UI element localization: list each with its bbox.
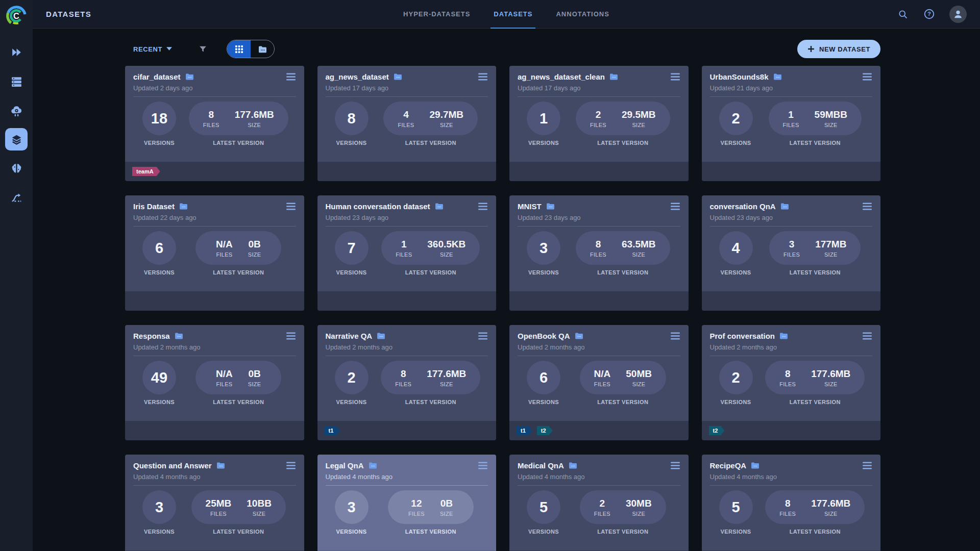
size-value: 177.6MB xyxy=(427,368,466,380)
dataset-card[interactable]: MNIST Updated 23 days ago 3 VER xyxy=(509,195,689,311)
card-header: MNIST Updated 23 days ago xyxy=(509,195,689,227)
card-header: Legal QnA Updated 4 months ago xyxy=(317,455,497,486)
card-menu-button[interactable] xyxy=(286,73,296,81)
tab-hyper-datasets[interactable]: HYPER-DATASETS xyxy=(400,0,473,29)
files-count: 1 xyxy=(788,109,794,120)
versions-stat: 4 VERSIONS xyxy=(719,231,753,276)
card-menu-button[interactable] xyxy=(862,332,872,340)
dataset-tag[interactable]: t1 xyxy=(517,426,532,435)
dataset-card[interactable]: ag_news_dataset Updated 17 days ago 8 xyxy=(317,66,497,181)
files-label: FILES xyxy=(783,122,799,128)
card-header: Medical QnA Updated 4 months ago xyxy=(509,455,689,486)
card-menu-button[interactable] xyxy=(862,73,872,81)
latest-version-stat: 8 FILES 63.5MB SIZE LATEST VERSION xyxy=(566,231,680,276)
dataset-card[interactable]: RecipeQA Updated 4 months ago 5 xyxy=(702,455,881,551)
card-stats: 3 VERSIONS 8 FILES 63.5MB SIZE LATEST VE… xyxy=(509,227,689,276)
card-stats: 6 VERSIONS N/A FILES 0B SIZE LATEST VERS… xyxy=(125,227,304,276)
dataset-tag[interactable]: t2 xyxy=(537,426,553,435)
latest-version-label: LATEST VERSION xyxy=(597,529,648,535)
card-menu-button[interactable] xyxy=(478,73,488,81)
dataset-card[interactable]: Question and Answer Updated 4 months ago xyxy=(125,455,304,551)
size-value: 0B xyxy=(248,368,260,380)
card-menu-button[interactable] xyxy=(478,332,488,340)
dataset-card[interactable]: Legal QnA Updated 4 months ago 3 xyxy=(317,455,497,551)
versions-label: VERSIONS xyxy=(720,269,751,276)
sidebar-item-datasets[interactable] xyxy=(5,128,28,151)
card-menu-button[interactable] xyxy=(670,73,680,81)
new-dataset-button[interactable]: NEW DATASET xyxy=(797,40,880,58)
dataset-folder-icon xyxy=(751,462,760,469)
filter-button[interactable] xyxy=(199,45,207,54)
card-menu-button[interactable] xyxy=(478,462,488,469)
files-count: 1 xyxy=(401,239,407,250)
app-logo[interactable]: C xyxy=(0,0,33,32)
dataset-tag[interactable]: teamA xyxy=(132,167,160,176)
dataset-grid: cifar_dataset Updated 2 days ago 18 xyxy=(125,66,880,551)
size-label: SIZE xyxy=(824,252,838,258)
size-label: SIZE xyxy=(632,122,645,128)
dataset-name: Legal QnA xyxy=(326,461,364,470)
updated-text: Updated 4 months ago xyxy=(518,473,680,486)
page-title: DATASETS xyxy=(46,10,91,18)
sidebar-item-pipelines[interactable] xyxy=(5,186,28,209)
card-menu-button[interactable] xyxy=(286,332,296,340)
card-stats: 49 VERSIONS N/A FILES 0B SIZE LATEST VER… xyxy=(125,356,304,405)
tab-annotations[interactable]: ANNOTATIONS xyxy=(553,0,612,29)
help-button[interactable]: ? xyxy=(923,9,935,20)
latest-version-stat: 1 FILES 360.5KB SIZE LATEST VERSION xyxy=(374,231,488,276)
dataset-card[interactable]: Responsa Updated 2 months ago 49 xyxy=(125,325,304,440)
sidebar: C xyxy=(0,0,33,551)
search-button[interactable] xyxy=(897,9,909,20)
sidebar-item-workers[interactable] xyxy=(5,70,28,92)
dataset-name: Narrative QA xyxy=(326,332,373,340)
card-header: Iris Dataset Updated 22 days ago xyxy=(125,195,304,227)
dataset-card[interactable]: cifar_dataset Updated 2 days ago 18 xyxy=(125,66,304,181)
grid-view-button[interactable] xyxy=(227,40,251,58)
versions-count: 49 xyxy=(142,361,176,394)
versions-count: 3 xyxy=(527,231,560,265)
dataset-tag[interactable]: t2 xyxy=(709,426,725,435)
card-menu-button[interactable] xyxy=(670,462,680,469)
view-mode-toggle xyxy=(227,40,275,58)
card-menu-button[interactable] xyxy=(286,203,296,210)
dataset-card[interactable]: Prof conversation Updated 2 months ago xyxy=(702,325,881,440)
dataset-name: Medical QnA xyxy=(518,461,564,470)
dataset-card[interactable]: Iris Dataset Updated 22 days ago 6 xyxy=(125,195,304,311)
sidebar-item-models[interactable] xyxy=(5,157,28,180)
tab-datasets[interactable]: DATASETS xyxy=(491,0,535,29)
dataset-name: Prof conversation xyxy=(710,332,775,340)
dataset-card[interactable]: ag_news_dataset_clean Updated 17 days ag… xyxy=(509,66,689,181)
dataset-card[interactable]: Narrative QA Updated 2 months ago 2 xyxy=(317,325,497,440)
card-menu-button[interactable] xyxy=(478,203,488,210)
versions-stat: 8 VERSIONS xyxy=(335,102,369,146)
card-menu-button[interactable] xyxy=(862,462,872,469)
files-label: FILES xyxy=(783,252,800,258)
versions-count: 5 xyxy=(527,490,560,524)
dataset-card[interactable]: Human conversation dataset Updated 23 da… xyxy=(317,195,497,311)
dataset-tag[interactable]: t1 xyxy=(325,426,340,435)
dataset-card[interactable]: conversation QnA Updated 23 days ago 4 xyxy=(702,195,881,311)
dataset-card[interactable]: Medical QnA Updated 4 months ago 5 xyxy=(509,455,689,551)
updated-text: Updated 21 days ago xyxy=(710,84,873,97)
dataset-name: ag_news_dataset xyxy=(326,72,389,81)
latest-version-stat: 3 FILES 177MB SIZE LATEST VERSION xyxy=(758,231,873,276)
profile-button[interactable] xyxy=(949,6,967,23)
card-header: conversation QnA Updated 23 days ago xyxy=(702,195,881,227)
card-menu-button[interactable] xyxy=(670,332,680,340)
updated-text: Updated 2 months ago xyxy=(326,343,488,356)
dataset-card[interactable]: OpenBook QA Updated 2 months ago 6 xyxy=(509,325,689,440)
card-menu-button[interactable] xyxy=(862,203,872,210)
card-stats: 5 VERSIONS 2 FILES 30MB SIZE LATEST VERS… xyxy=(509,486,689,535)
dataset-card[interactable]: UrbanSounds8k Updated 21 days ago 2 xyxy=(702,66,881,181)
latest-version-label: LATEST VERSION xyxy=(213,140,264,146)
sort-dropdown[interactable]: RECENT xyxy=(133,45,172,53)
card-menu-button[interactable] xyxy=(286,462,296,469)
sidebar-item-experiments[interactable] xyxy=(5,41,28,63)
sidebar-item-autoscalers[interactable] xyxy=(5,99,28,121)
latest-version-stat: 2 FILES 29.5MB SIZE LATEST VERSION xyxy=(566,102,680,146)
card-menu-button[interactable] xyxy=(670,203,680,210)
sidebar-nav xyxy=(5,41,28,209)
folder-view-button[interactable] xyxy=(251,40,274,58)
card-stats: 8 VERSIONS 4 FILES 29.7MB SIZE LATEST VE… xyxy=(317,97,497,146)
card-header: Question and Answer Updated 4 months ago xyxy=(125,455,304,486)
